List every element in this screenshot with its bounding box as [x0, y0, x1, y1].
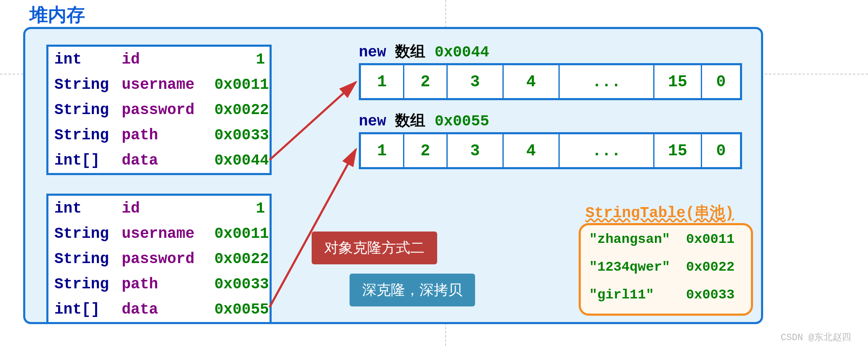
array-cell: 15: [654, 65, 702, 98]
tag-deep-copy: 深克隆，深拷贝: [350, 274, 475, 306]
array-cell: 3: [448, 134, 504, 167]
watermark: CSDN @东北赵四: [781, 331, 851, 343]
array-cell: ...: [560, 134, 654, 167]
obj2-row: intid1: [48, 196, 270, 221]
array-cell: 4: [504, 134, 560, 167]
array-1: 1 2 3 4 ... 15 0: [359, 63, 742, 100]
obj1-row: Stringusername0x0011: [48, 72, 270, 97]
tag-clone-method: 对象克隆方式二: [312, 232, 437, 264]
array-cell: 1: [361, 65, 404, 98]
array-cell: 1: [361, 134, 404, 167]
string-table-title: StringTable(串池): [585, 202, 734, 223]
array-cell: 4: [504, 65, 560, 98]
obj2-row: Stringpassword0x0022: [48, 246, 270, 271]
array-cell: ...: [560, 65, 654, 98]
string-table: "zhangsan"0x0011 "1234qwer"0x0022 "girl1…: [579, 223, 753, 316]
obj2-row: Stringusername0x0011: [48, 221, 270, 246]
array-2: 1 2 3 4 ... 15 0: [359, 132, 742, 169]
obj2-row: int[]data0x0055: [48, 297, 270, 322]
array-cell: 2: [404, 65, 448, 98]
obj1-row: int[]data0x0044: [48, 148, 270, 173]
array-1-title: new 数组 0x0044: [359, 41, 489, 62]
pool-row: "girl11"0x0033: [581, 281, 751, 309]
obj1-row: Stringpassword0x0022: [48, 97, 270, 122]
pool-row: "1234qwer"0x0022: [581, 253, 751, 281]
array-cell: 3: [448, 65, 504, 98]
obj1-row: intid1: [48, 47, 270, 72]
array-cell: 0: [702, 134, 740, 167]
obj1-row: Stringpath0x0033: [48, 122, 270, 148]
object-1: intid1 Stringusername0x0011 Stringpasswo…: [46, 45, 272, 175]
pool-row: "zhangsan"0x0011: [581, 225, 751, 253]
array-cell: 0: [702, 65, 740, 98]
object-2: intid1 Stringusername0x0011 Stringpasswo…: [46, 194, 272, 324]
array-cell: 15: [654, 134, 702, 167]
heap-title: 堆内存: [29, 3, 85, 27]
array-cell: 2: [404, 134, 448, 167]
obj2-row: Stringpath0x0033: [48, 271, 270, 297]
array-2-title: new 数组 0x0055: [359, 110, 489, 131]
